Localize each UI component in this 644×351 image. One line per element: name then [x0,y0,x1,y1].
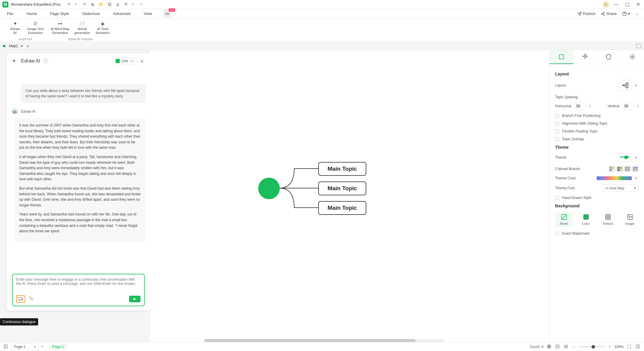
bg-image[interactable]: Image [621,212,639,227]
mindmap-canvas[interactable]: Main Topic Main Topic Main Topic [150,50,549,342]
cb-overlap[interactable] [555,137,559,141]
view-mode-1[interactable] [547,344,552,349]
theme-font-label: Theme Font [555,186,575,190]
hscroll-thumb[interactable] [204,339,416,342]
settings-icon[interactable] [28,296,35,302]
theme-dropdown-arrow[interactable]: ▾ [635,155,639,160]
undo-caret[interactable]: ▾ [73,2,78,7]
layout-dropdown-arrow[interactable]: ▾ [635,83,639,87]
zoom-slider[interactable] [578,346,605,347]
panel-button[interactable] [636,344,640,349]
cb-alignment[interactable] [555,122,559,126]
theme-section-title: Theme [555,145,639,150]
view-mode-2[interactable] [555,344,560,349]
bg-texture[interactable]: Texture [599,212,617,227]
ai-message-input[interactable] [16,277,141,292]
ribbon-edraw-ai[interactable]: ✦ Edraw AI [6,20,24,35]
page-selector[interactable]: Page-1 ▾ [11,343,38,350]
main-topic-1[interactable]: Main Topic [318,162,366,176]
tab-layout[interactable] [550,50,573,64]
cb-hand-drawn[interactable] [555,196,559,200]
zoom-out-button[interactable]: − [572,345,574,349]
theme-selector[interactable] [618,153,632,162]
theme-color-bar[interactable] [597,176,632,180]
add-tab-button[interactable]: + [26,44,31,48]
redo-button[interactable]: ↷ [81,2,87,7]
branch-swatch-4[interactable] [632,166,639,172]
theme-color-dropdown[interactable]: ▾ [635,176,639,180]
print-button[interactable]: 🖨 [115,2,120,7]
horizontal-spinner[interactable]: ▴▾ [589,104,591,108]
ai-close-button[interactable]: ✕ [140,59,145,63]
ai-responder-name: Edraw AI [21,109,35,114]
minimize-button[interactable]: — [613,1,620,8]
maximize-button[interactable]: ▢ [624,1,631,8]
menu-page-style[interactable]: Page Style [48,10,71,18]
menu-ai[interactable]: AI Hot [163,10,171,18]
cb-flexible-label: Flexible Floating Topic [562,129,598,133]
menu-slideshow[interactable]: Slideshow [80,10,102,18]
ai-response-p4: Years went by, and Samantha had moved on… [19,212,141,234]
export-caret[interactable]: ▾ [130,2,135,7]
app-logo: M [2,2,8,8]
credits-chip[interactable]: 10w + [113,58,137,64]
branch-swatch-2[interactable] [616,166,623,172]
menu-file[interactable]: File [5,10,16,18]
mindmap-icon: ⊶ [56,20,64,26]
branch-color-swatches [609,166,639,172]
more-caret[interactable]: ▾ [138,2,144,7]
new-button[interactable]: ⊞ [90,2,95,7]
main-topic-2[interactable]: Main Topic [318,182,366,195]
add-credits-button[interactable]: + [130,59,134,63]
share-button[interactable]: Share [601,11,617,16]
add-page-button[interactable]: + [41,344,46,349]
vertical-spinner[interactable]: ▴▾ [637,104,639,108]
branch-swatch-3[interactable] [624,166,631,172]
menu-view[interactable]: View [141,10,155,18]
canvas-hscrollbar[interactable] [204,339,444,342]
publish-button[interactable]: Publish [577,11,596,16]
help-button[interactable]: ▾ [622,11,630,16]
cb-branch-free[interactable] [555,114,559,118]
undo-button[interactable]: ↶ [66,2,72,7]
ai-chat-body[interactable]: Can you write about a story between two … [7,69,150,271]
collapse-ribbon-button[interactable]: ︿ [636,11,639,17]
ai-help-button[interactable]: ? [43,59,48,63]
tab-security[interactable] [597,50,621,64]
continuous-dialogue-tooltip: Continuous dialogue [0,318,38,325]
save-button[interactable]: 🖫 [107,2,112,7]
cb-watermark[interactable] [555,232,559,236]
active-page-tab[interactable]: Page-1 [49,343,67,350]
tab-settings[interactable] [621,50,644,64]
export-button[interactable]: ⇱ [123,2,129,7]
open-button[interactable]: 📁 [98,2,104,7]
bg-color[interactable]: Color [577,212,595,227]
menu-home[interactable]: Home [24,10,39,18]
horizontal-input[interactable] [574,103,586,109]
ai-responder-label: 🤖 Edraw AI [11,108,145,115]
bg-none[interactable]: None [555,212,573,227]
tab-style[interactable] [573,50,597,64]
panel-toggle-button[interactable] [636,44,641,48]
main-topic-3[interactable]: Main Topic [318,201,366,215]
fit-view-button[interactable] [564,344,569,349]
branch-swatch-1[interactable] [609,166,615,172]
ribbon-image-text[interactable]: ⎙ Image Text Extraction [26,20,44,35]
close-button[interactable]: ✕ [634,1,642,8]
document-tab[interactable]: Map1 [9,44,23,48]
avatar[interactable]: C [603,1,609,8]
central-topic[interactable] [258,178,280,199]
font-selector[interactable]: Aa Arial (Big) ▾ [603,185,639,191]
send-button[interactable] [129,296,141,302]
layout-selector[interactable] [619,80,632,91]
zoom-in-button[interactable]: + [609,345,611,349]
ribbon-mindmap-gen[interactable]: ⊶ AI Mind Map Generation [49,20,71,35]
fullscreen-button[interactable] [627,344,632,349]
cb-flexible[interactable] [555,130,559,133]
ribbon-article-gen[interactable]: 📄 Article generation [73,20,91,35]
outline-toggle[interactable] [4,344,8,349]
continuous-dialogue-button[interactable] [16,295,25,303]
menu-advanced[interactable]: Advanced [111,10,133,18]
vertical-input[interactable] [622,103,634,109]
ribbon-tarot[interactable]: ◈ AI Tarot divination [94,20,112,35]
